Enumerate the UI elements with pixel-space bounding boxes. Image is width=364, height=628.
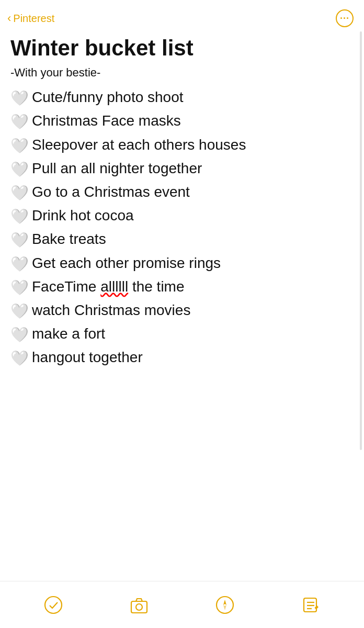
scroll-bar (360, 31, 362, 450)
list-item: 🤍 Go to a Christmas event (10, 182, 349, 203)
svg-point-0 (45, 597, 62, 613)
subtitle: -With your bestie- (10, 66, 349, 80)
item-text: make a fort (32, 323, 105, 344)
list-item: 🤍 Drink hot cocoa (10, 205, 349, 227)
list-item: 🤍 Bake treats (10, 229, 349, 250)
main-content: Winter bucket list -With your bestie- 🤍 … (0, 31, 364, 423)
heart-icon: 🤍 (10, 254, 29, 274)
back-label: Pinterest (13, 13, 54, 25)
list-item: 🤍 Get each other promise rings (10, 253, 349, 274)
list-item: 🤍 make a fort (10, 323, 349, 345)
camera-button[interactable] (129, 595, 150, 615)
chevron-left-icon: ‹ (7, 12, 11, 25)
heart-icon: 🤍 (10, 230, 29, 250)
heart-icon: 🤍 (10, 159, 29, 180)
more-options-button[interactable]: ··· (336, 9, 354, 27)
item-text: Go to a Christmas event (32, 182, 190, 202)
svg-point-3 (217, 597, 233, 613)
ellipsis-icon: ··· (340, 13, 349, 24)
page-title: Winter bucket list (10, 36, 349, 61)
item-text: FaceTime allllll the time (32, 276, 185, 297)
item-text: hangout together (32, 347, 143, 367)
heart-icon: 🤍 (10, 111, 29, 132)
svg-point-2 (136, 604, 142, 610)
bottom-toolbar (0, 581, 364, 628)
top-nav: ‹ Pinterest ··· (0, 0, 364, 31)
back-button[interactable]: ‹ Pinterest (7, 12, 54, 25)
list-item: 🤍 FaceTime allllll the time (10, 276, 349, 298)
list-item: 🤍 Sleepover at each others houses (10, 134, 349, 156)
item-text: Cute/funny photo shoot (32, 87, 184, 107)
list-item: 🤍 Christmas Face masks (10, 110, 349, 132)
item-text: Sleepover at each others houses (32, 134, 246, 155)
list-item: 🤍 Cute/funny photo shoot (10, 87, 349, 108)
item-text: watch Christmas movies (32, 300, 190, 320)
heart-icon: 🤍 (10, 324, 29, 345)
heart-icon: 🤍 (10, 348, 29, 368)
item-text: Get each other promise rings (32, 253, 221, 273)
compass-button[interactable] (214, 595, 235, 615)
item-text: Bake treats (32, 229, 106, 249)
check-button[interactable] (43, 595, 64, 615)
item-text: Drink hot cocoa (32, 205, 134, 226)
item-text: Pull an all nighter together (32, 158, 202, 178)
list-item: 🤍 hangout together (10, 347, 349, 368)
svg-marker-5 (223, 605, 226, 610)
edit-button[interactable] (300, 595, 321, 615)
heart-icon: 🤍 (10, 183, 29, 203)
heart-icon: 🤍 (10, 88, 29, 108)
list-item: 🤍 watch Christmas movies (10, 300, 349, 321)
svg-rect-1 (131, 601, 147, 613)
svg-marker-4 (223, 600, 226, 605)
heart-icon: 🤍 (10, 136, 29, 156)
spell-error: allllll (100, 278, 128, 295)
item-text: Christmas Face masks (32, 110, 181, 131)
heart-icon: 🤍 (10, 206, 29, 227)
list-item: 🤍 Pull an all nighter together (10, 158, 349, 180)
bucket-list: 🤍 Cute/funny photo shoot 🤍 Christmas Fac… (10, 87, 349, 368)
heart-icon: 🤍 (10, 277, 29, 298)
heart-icon: 🤍 (10, 301, 29, 321)
